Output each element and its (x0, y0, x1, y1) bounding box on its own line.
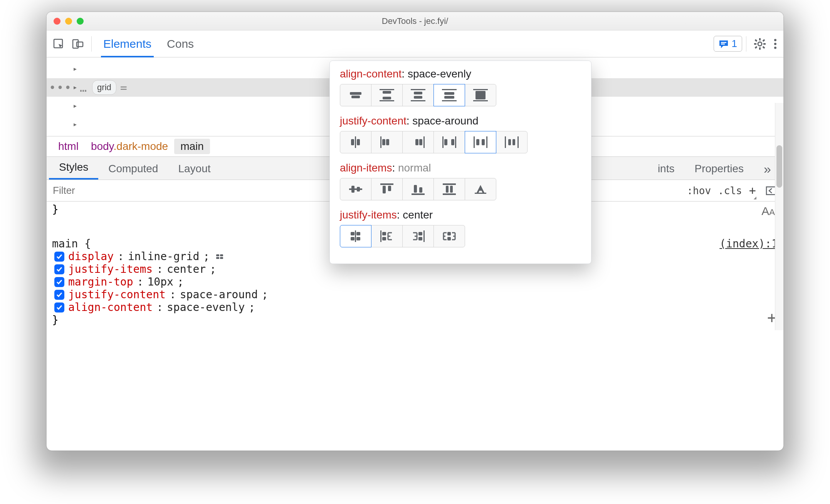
disclosure-triangle-icon[interactable]: ▸ (73, 63, 77, 74)
css-declaration[interactable]: align-content: space-evenly; (54, 301, 778, 314)
editor-label: justify-items: center (340, 209, 581, 221)
kebab-menu-icon[interactable] (770, 34, 781, 54)
ai-center-option[interactable] (340, 178, 371, 200)
scrollbar[interactable] (775, 103, 783, 330)
breadcrumb-item[interactable]: main (174, 139, 210, 154)
editor-row-justify-content: justify-content: space-around (340, 115, 581, 153)
css-declaration[interactable]: justify-content: space-around; (54, 288, 778, 301)
hov-toggle[interactable]: :hov (687, 185, 711, 197)
subtab-ints[interactable]: ints (648, 163, 685, 180)
separator (91, 36, 92, 52)
grid-editor-popover: align-content: space-evenlyjustify-conte… (329, 60, 591, 264)
expand-ellipsis-icon[interactable]: ••• (49, 79, 72, 96)
editor-label: justify-content: space-around (340, 115, 581, 127)
issues-count: 1 (732, 38, 737, 50)
subtab-computed[interactable]: Computed (98, 163, 168, 180)
rule-close-brace: } (52, 314, 778, 326)
jc-center-option[interactable] (340, 131, 371, 153)
ac-evenly-option[interactable] (433, 84, 465, 106)
toggle-declaration-checkbox[interactable] (54, 264, 64, 274)
toggle-declaration-checkbox[interactable] (54, 277, 64, 287)
layout-badge[interactable]: grid (92, 80, 116, 95)
css-declaration[interactable]: margin-top: 10px; (54, 276, 778, 288)
disclosure-triangle-icon[interactable]: ▸ (73, 100, 77, 111)
tab-elements[interactable]: Elements (96, 30, 159, 57)
ac-between-option[interactable] (371, 84, 403, 106)
breadcrumb-item[interactable]: html (52, 139, 85, 154)
ac-stretch-option[interactable] (465, 84, 496, 106)
ac-around-option[interactable] (402, 84, 434, 106)
toggle-declaration-checkbox[interactable] (54, 290, 64, 300)
titlebar: DevTools - jec.fyi/ (47, 12, 783, 30)
disclosure-triangle-icon[interactable]: ▸ (73, 81, 77, 93)
toggle-declaration-checkbox[interactable] (54, 302, 64, 312)
ac-center-option[interactable] (340, 84, 371, 106)
editor-row-align-items: align-items: normal (340, 162, 581, 200)
issues-badge[interactable]: 1 (714, 36, 742, 52)
main-toolbar: Elements Cons 1 (47, 30, 783, 57)
subtab-properties[interactable]: Properties (684, 163, 754, 180)
ji-center-option[interactable] (340, 225, 371, 247)
settings-gear-icon[interactable] (750, 34, 770, 54)
editor-row-align-content: align-content: space-evenly (340, 68, 581, 106)
jc-around-option[interactable] (465, 131, 496, 153)
ai-stretch-option[interactable] (433, 178, 465, 200)
tab-console[interactable]: Cons (159, 30, 202, 57)
tab-label: Elements (103, 37, 151, 50)
separator (746, 36, 746, 52)
ai-start-option[interactable] (371, 178, 403, 200)
disclosure-triangle-icon[interactable]: ▸ (73, 118, 77, 130)
editor-label: align-items: normal (340, 162, 581, 174)
subtab-styles[interactable]: Styles (49, 161, 98, 180)
font-scale-icon[interactable]: AA (761, 205, 775, 218)
ai-end-option[interactable] (402, 178, 434, 200)
message-icon (719, 40, 729, 48)
open-grid-editor-icon[interactable] (216, 254, 223, 259)
toggle-declaration-checkbox[interactable] (54, 252, 64, 262)
device-toolbar-icon[interactable] (68, 34, 87, 54)
jc-end-option[interactable] (402, 131, 434, 153)
css-declaration[interactable]: justify-items: center; (54, 263, 778, 276)
ji-start-option[interactable] (371, 225, 403, 247)
devtools-window: DevTools - jec.fyi/ Elements Cons 1 ▸</s… (46, 12, 784, 451)
breadcrumb-item[interactable]: body.dark-mode (85, 139, 174, 154)
source-link[interactable]: (index):1 (719, 237, 778, 250)
editor-row-justify-items: justify-items: center (340, 209, 581, 247)
jc-evenly-option[interactable] (496, 131, 528, 153)
tab-label: Cons (167, 37, 194, 50)
ai-baseline-option[interactable] (465, 178, 496, 200)
window-title: DevTools - jec.fyi/ (47, 16, 783, 26)
ji-end-option[interactable] (402, 225, 434, 247)
ji-stretch-option[interactable] (433, 225, 465, 247)
jc-between-option[interactable] (433, 131, 465, 153)
inspect-element-icon[interactable] (49, 34, 68, 54)
jc-start-option[interactable] (371, 131, 403, 153)
cls-toggle[interactable]: .cls (718, 185, 742, 197)
subtab-layout[interactable]: Layout (168, 163, 220, 180)
editor-label: align-content: space-evenly (340, 68, 581, 80)
